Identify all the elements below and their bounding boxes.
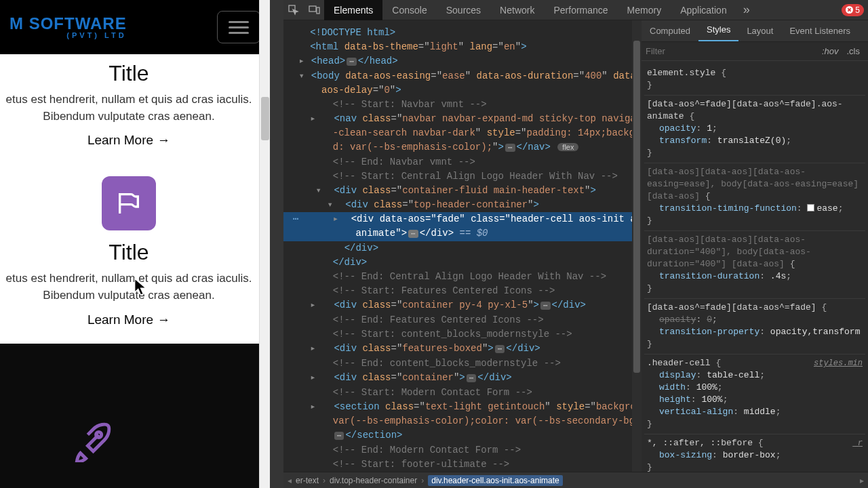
style-rule: _r *, ::after, ::before { box-sizing: bo…	[644, 435, 865, 472]
styles-panel: Computed Styles Layout Event Listeners :…	[642, 20, 868, 472]
scrollbar-thumb[interactable]	[261, 97, 269, 140]
site-logo: M SOFTWARE (PVT) LTD	[9, 16, 127, 39]
feature-card-2: Title etus est hendrerit, nullam et quis…	[0, 157, 258, 336]
tab-network[interactable]: Network	[490, 0, 544, 20]
subtab-event-listeners[interactable]: Event Listeners	[781, 21, 859, 41]
learn-more-link[interactable]: Learn More→	[87, 133, 170, 147]
feature-title: Title	[0, 240, 258, 265]
chevron-right-icon[interactable]: ▸	[860, 476, 864, 485]
style-rule: [data-aos][data-aos][data-aos-easing=eas…	[644, 164, 865, 231]
feature-title: Title	[0, 61, 258, 86]
panel-divider[interactable]	[270, 0, 283, 488]
device-toggle-icon[interactable]	[304, 0, 324, 20]
crumb[interactable]: div.top-header-container	[330, 476, 417, 485]
navbar: M SOFTWARE (PVT) LTD	[0, 0, 270, 54]
rocket-icon	[71, 418, 115, 462]
styles-subtabs: Computed Styles Layout Event Listeners	[642, 20, 868, 42]
style-rule: styles.min .header-cell { display: table…	[644, 355, 865, 434]
dom-tree-panel[interactable]: <!DOCTYPE html> <html data-bs-theme="lig…	[283, 20, 642, 472]
more-tabs-icon[interactable]: »	[736, 3, 757, 17]
tab-elements[interactable]: Elements	[324, 0, 382, 20]
inspect-icon[interactable]	[283, 0, 304, 20]
arrow-right-icon: →	[157, 133, 170, 147]
tab-application[interactable]: Application	[671, 0, 736, 20]
style-rule: [data-aos^=fade][data-aos^=fade] { opaci…	[644, 300, 865, 354]
feature-body: etus est hendrerit, nullam et quis ad cr…	[0, 92, 258, 125]
style-rule: [data-aos][data-aos][data-aos-duration="…	[644, 232, 865, 299]
styles-rules[interactable]: element.style { } [data-aos^=fade][data-…	[642, 61, 868, 472]
styles-filter-input[interactable]	[646, 46, 818, 56]
crumb-selected[interactable]: div.header-cell.aos-init.aos-animate	[428, 475, 563, 486]
logo-subtext: (PVT) LTD	[9, 32, 127, 39]
arrow-right-icon: →	[157, 312, 170, 327]
subtab-layout[interactable]: Layout	[738, 21, 781, 41]
tab-sources[interactable]: Sources	[437, 0, 490, 20]
svg-rect-2	[309, 6, 316, 12]
dom-breadcrumb[interactable]: ◂ er-text › div.top-header-container › d…	[283, 472, 868, 488]
devtools: Elements Console Sources Network Perform…	[283, 0, 868, 488]
scrollbar-thumb[interactable]	[633, 41, 640, 373]
page-preview: M SOFTWARE (PVT) LTD Title etus est hend…	[0, 0, 270, 488]
page-scrollbar[interactable]	[259, 0, 270, 488]
tab-console[interactable]: Console	[382, 0, 436, 20]
learn-more-link[interactable]: Learn More→	[87, 312, 170, 327]
style-rule: element.style { }	[644, 65, 865, 96]
styles-filter-row: :hov .cls	[642, 42, 868, 61]
svg-rect-3	[317, 7, 319, 14]
subtab-styles[interactable]: Styles	[698, 20, 738, 41]
tab-performance[interactable]: Performance	[544, 0, 617, 20]
tab-memory[interactable]: Memory	[618, 0, 671, 20]
feature-card-1: Title etus est hendrerit, nullam et quis…	[0, 54, 258, 157]
selected-dom-node: ⋯ ▸ <div data-aos="fade" class="header-c…	[283, 212, 642, 226]
dark-section	[0, 344, 270, 488]
style-rule: [data-aos^=fade][data-aos^=fade].aos-ani…	[644, 96, 865, 163]
hov-toggle[interactable]: :hov	[818, 45, 843, 58]
subtab-computed[interactable]: Computed	[642, 21, 698, 41]
devtools-tabbar: Elements Console Sources Network Perform…	[283, 0, 868, 20]
crumb[interactable]: er-text	[296, 476, 319, 485]
error-badge[interactable]: 5	[842, 4, 864, 16]
chevron-left-icon[interactable]: ◂	[288, 476, 292, 485]
cls-toggle[interactable]: .cls	[843, 45, 865, 58]
hamburger-icon[interactable]	[217, 11, 260, 43]
feature-body: etus est hendrerit, nullam et quis ad cr…	[0, 270, 258, 304]
dom-scrollbar[interactable]	[632, 20, 642, 472]
flag-icon	[102, 176, 156, 230]
logo-text: M SOFTWARE	[9, 16, 127, 32]
